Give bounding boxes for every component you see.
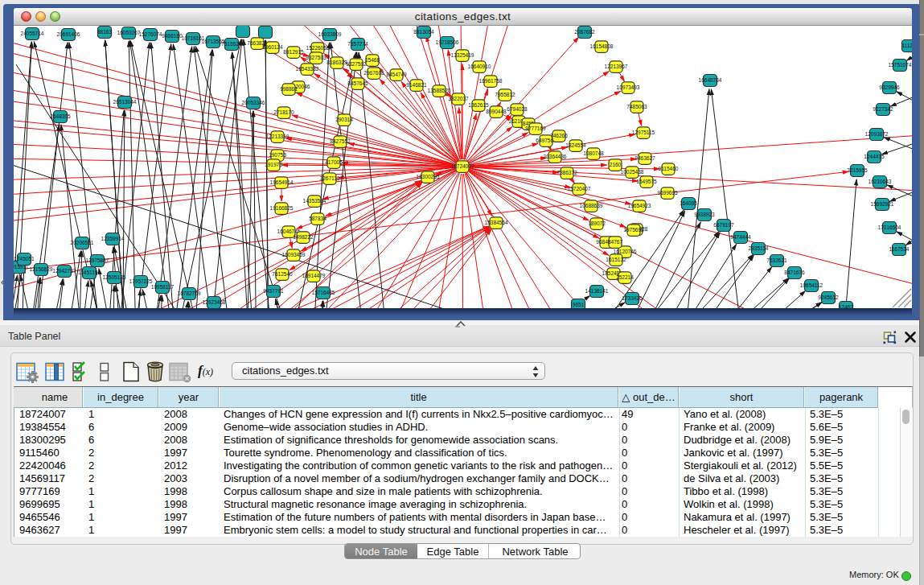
svg-text:24055714: 24055714 xyxy=(21,31,44,36)
svg-text:1824554: 1824554 xyxy=(565,142,586,148)
svg-text:9474444: 9474444 xyxy=(730,234,751,240)
svg-text:3267110: 3267110 xyxy=(320,175,340,181)
svg-text:16961758: 16961758 xyxy=(479,78,503,84)
svg-text:9245612: 9245612 xyxy=(818,295,839,300)
svg-text:15716485: 15716485 xyxy=(312,290,335,295)
svg-text:9115460: 9115460 xyxy=(659,166,679,171)
svg-text:16914479: 16914479 xyxy=(302,273,326,278)
svg-text:16120746: 16120746 xyxy=(614,249,637,254)
svg-text:20364436: 20364436 xyxy=(544,154,567,159)
svg-text:7632621: 7632621 xyxy=(766,257,787,263)
svg-text:7955812: 7955812 xyxy=(495,92,515,97)
svg-text:12975115: 12975115 xyxy=(632,130,655,135)
svg-text:12505135: 12505135 xyxy=(103,274,126,280)
svg-text:20206551: 20206551 xyxy=(71,240,94,245)
svg-text:1245051: 1245051 xyxy=(14,256,35,262)
svg-text:15692921: 15692921 xyxy=(871,201,894,207)
svg-text:19654923: 19654923 xyxy=(628,203,651,208)
svg-text:16648784: 16648784 xyxy=(699,77,722,83)
svg-text:1975692: 1975692 xyxy=(623,227,644,233)
svg-text:9463627: 9463627 xyxy=(634,155,655,161)
svg-text:16543382: 16543382 xyxy=(296,66,319,72)
svg-text:88163: 88163 xyxy=(97,29,112,35)
svg-text:9227342: 9227342 xyxy=(873,106,893,112)
svg-text:2160: 2160 xyxy=(610,162,622,167)
svg-text:16154808: 16154808 xyxy=(590,43,614,49)
svg-text:16033809: 16033809 xyxy=(318,31,342,37)
svg-text:2967608: 2967608 xyxy=(363,70,384,76)
svg-text:16210643: 16210643 xyxy=(869,179,892,184)
svg-text:13588520: 13588520 xyxy=(428,88,451,93)
svg-text:15276074: 15276074 xyxy=(139,31,162,37)
svg-text:8471676: 8471676 xyxy=(784,270,805,275)
svg-text:15226058: 15226058 xyxy=(306,45,330,51)
svg-text:1733426: 1733426 xyxy=(622,295,643,301)
svg-text:12923468: 12923468 xyxy=(203,299,226,305)
svg-text:7612540: 7612540 xyxy=(272,271,293,277)
svg-text:587834: 587834 xyxy=(309,216,326,221)
svg-text:12213319: 12213319 xyxy=(266,134,290,139)
svg-text:190753: 190753 xyxy=(269,152,286,158)
svg-text:8960124: 8960124 xyxy=(262,44,283,50)
svg-text:12467: 12467 xyxy=(839,304,853,308)
svg-text:13975887: 13975887 xyxy=(86,257,109,263)
svg-text:13325419: 13325419 xyxy=(451,52,474,58)
svg-text:14136141: 14136141 xyxy=(585,288,609,294)
svg-text:2087682: 2087682 xyxy=(574,29,595,35)
svg-text:14353584: 14353584 xyxy=(303,198,326,204)
svg-text:9938923: 9938923 xyxy=(694,212,715,217)
svg-text:7386372: 7386372 xyxy=(556,170,577,175)
svg-text:252214: 252214 xyxy=(616,274,634,280)
svg-text:17957225: 17957225 xyxy=(129,278,153,284)
svg-text:15468: 15468 xyxy=(365,57,380,63)
svg-text:16053267: 16053267 xyxy=(117,30,141,35)
svg-text:16093459: 16093459 xyxy=(282,252,306,257)
svg-text:11451194: 11451194 xyxy=(78,270,101,275)
svg-text:84767: 84767 xyxy=(608,239,622,245)
svg-text:16782759: 16782759 xyxy=(178,290,201,296)
svg-text:19166825: 19166825 xyxy=(270,205,294,211)
svg-text:18724007: 18724007 xyxy=(451,163,474,169)
svg-text:1549575: 1549575 xyxy=(636,179,657,184)
svg-text:1615132: 1615132 xyxy=(606,257,626,262)
svg-text:8912915: 8912915 xyxy=(283,49,304,55)
svg-text:18300295: 18300295 xyxy=(417,174,440,179)
svg-text:8186323: 8186323 xyxy=(326,60,347,65)
svg-text:9327502: 9327502 xyxy=(346,61,367,67)
svg-text:7485063: 7485063 xyxy=(626,104,647,109)
svg-text:10958117: 10958117 xyxy=(151,284,175,290)
svg-text:290314: 290314 xyxy=(335,117,353,122)
svg-text:746266: 746266 xyxy=(550,133,568,138)
svg-text:10973493: 10973493 xyxy=(617,84,640,90)
svg-text:9146821: 9146821 xyxy=(406,82,427,88)
svg-text:9699695: 9699695 xyxy=(657,190,678,196)
svg-text:3215955: 3215955 xyxy=(847,167,868,173)
svg-text:10688639: 10688639 xyxy=(580,203,603,208)
svg-text:9466160: 9466160 xyxy=(162,33,183,39)
svg-text:417005: 417005 xyxy=(325,159,343,165)
svg-text:20691406: 20691406 xyxy=(57,31,80,37)
svg-text:19218506: 19218506 xyxy=(436,39,459,45)
svg-text:1080748: 1080748 xyxy=(583,150,604,156)
svg-text:998861: 998861 xyxy=(280,86,298,92)
svg-text:3822037: 3822037 xyxy=(448,96,469,101)
svg-text:26513044: 26513044 xyxy=(113,99,137,105)
svg-text:7357274: 7357274 xyxy=(347,41,368,47)
svg-text:9327503: 9327503 xyxy=(306,55,326,60)
svg-text:2718170: 2718170 xyxy=(273,109,294,115)
svg-text:8990448: 8990448 xyxy=(486,109,507,114)
svg-text:12942737: 12942737 xyxy=(53,268,76,274)
svg-text:15720407: 15720407 xyxy=(568,186,591,192)
svg-text:1244415: 1244415 xyxy=(864,154,885,159)
svg-text:7515521: 7515521 xyxy=(221,41,242,47)
svg-text:8454749: 8454749 xyxy=(386,72,407,77)
svg-text:2935114: 2935114 xyxy=(749,245,769,251)
svg-text:2648305: 2648305 xyxy=(50,113,71,119)
svg-text:11123: 11123 xyxy=(901,43,912,48)
svg-text:1362615: 1362615 xyxy=(468,102,489,108)
svg-text:16640910: 16640910 xyxy=(468,64,491,69)
svg-text:9329946: 9329946 xyxy=(879,84,900,90)
svg-text:9457791: 9457791 xyxy=(263,288,284,294)
svg-text:12359914: 12359914 xyxy=(101,236,125,241)
svg-text:12156829: 12156829 xyxy=(30,266,53,272)
